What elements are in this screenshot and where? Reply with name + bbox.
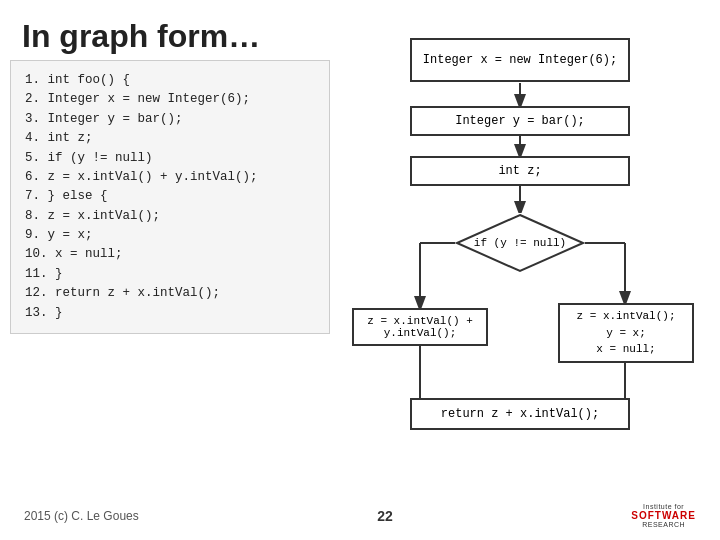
fc-diamond-label: if (y != null): [474, 237, 566, 249]
footer-copyright: 2015 (c) C. Le Goues: [24, 509, 139, 523]
fc-box-right: z = x.intVal(); y = x; x = null;: [558, 303, 694, 363]
logo-line2: SOFTWARE: [631, 510, 696, 521]
code-line-10: 10. x = null;: [25, 245, 315, 264]
code-line-2: 2. Integer x = new Integer(6);: [25, 90, 315, 109]
page-title: In graph form…: [22, 18, 260, 55]
code-line-8: 8. z = x.intVal();: [25, 207, 315, 226]
code-line-1: 1. int foo() {: [25, 71, 315, 90]
fc-diamond: if (y != null): [455, 213, 585, 273]
code-line-6: 6. z = x.intVal() + y.intVal();: [25, 168, 315, 187]
page-number: 22: [377, 508, 393, 524]
fc-box-3: int z;: [410, 156, 630, 186]
footer: 2015 (c) C. Le Goues 22 Institute for SO…: [0, 503, 720, 528]
code-line-4: 4. int z;: [25, 129, 315, 148]
code-line-11: 11. }: [25, 265, 315, 284]
logo-line1: Institute for: [643, 503, 684, 510]
logo-line3: RESEARCH: [642, 521, 685, 528]
code-line-13: 13. }: [25, 304, 315, 323]
code-block: 1. int foo() { 2. Integer x = new Intege…: [10, 60, 330, 334]
flowchart: Integer x = new Integer(6); Integer y = …: [330, 28, 710, 488]
code-line-12: 12. return z + x.intVal();: [25, 284, 315, 303]
logo: Institute for SOFTWARE RESEARCH: [631, 503, 696, 528]
fc-box-1: Integer x = new Integer(6);: [410, 38, 630, 82]
code-line-5: 5. if (y != null): [25, 149, 315, 168]
code-line-7: 7. } else {: [25, 187, 315, 206]
code-line-9: 9. y = x;: [25, 226, 315, 245]
fc-box-2: Integer y = bar();: [410, 106, 630, 136]
fc-box-bottom: return z + x.intVal();: [410, 398, 630, 430]
code-line-3: 3. Integer y = bar();: [25, 110, 315, 129]
fc-box-left: z = x.intVal() + y.intVal();: [352, 308, 488, 346]
